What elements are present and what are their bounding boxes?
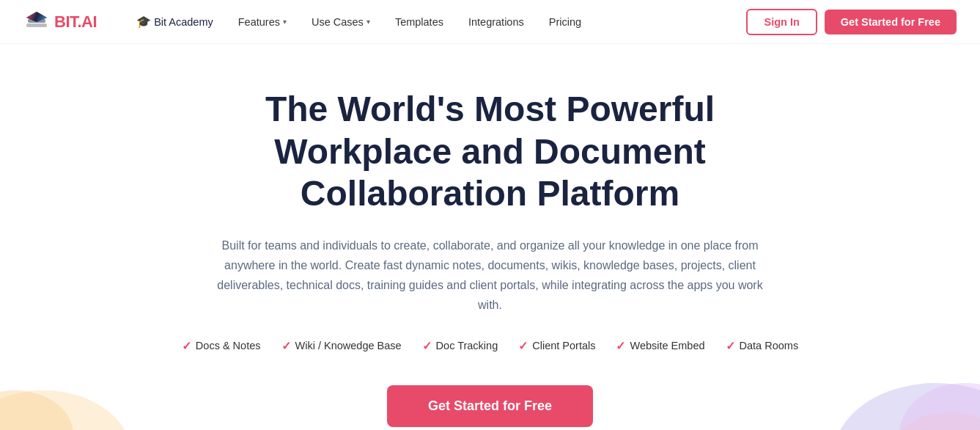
blob-left xyxy=(0,339,132,430)
nav-actions: Sign In Get Started for Free xyxy=(746,9,957,35)
feature-item: ✓ Client Portals xyxy=(518,339,595,353)
feature-item: ✓ Docs & Notes xyxy=(182,339,261,353)
nav-integrations[interactable]: Integrations xyxy=(458,10,534,34)
nav-use-cases[interactable]: Use Cases ▾ xyxy=(301,10,380,34)
nav-links: 🎓 Bit Academy Features ▾ Use Cases ▾ Tem… xyxy=(126,9,746,34)
navbar: BIT.AI 🎓 Bit Academy Features ▾ Use Case… xyxy=(0,0,980,44)
hero-section: The World's Most Powerful Workplace and … xyxy=(0,44,980,430)
features-list: ✓ Docs & Notes✓ Wiki / Knowedge Base✓ Do… xyxy=(182,339,798,353)
logo-text: BIT.AI xyxy=(54,12,97,32)
logo-icon xyxy=(23,9,50,35)
get-started-nav-button[interactable]: Get Started for Free xyxy=(825,10,957,34)
hero-subtitle: Built for teams and individuals to creat… xyxy=(205,236,776,316)
nav-templates[interactable]: Templates xyxy=(385,10,454,34)
signin-button[interactable]: Sign In xyxy=(746,9,817,35)
nav-academy[interactable]: 🎓 Bit Academy xyxy=(126,9,224,34)
academy-icon: 🎓 xyxy=(136,15,151,29)
nav-pricing[interactable]: Pricing xyxy=(539,10,592,34)
hero-title: The World's Most Powerful Workplace and … xyxy=(161,88,820,215)
nav-features[interactable]: Features ▾ xyxy=(228,10,297,34)
get-started-hero-button[interactable]: Get Started for Free xyxy=(387,385,593,427)
chevron-down-icon: ▾ xyxy=(283,18,287,26)
check-icon: ✓ xyxy=(518,339,528,353)
check-icon: ✓ xyxy=(281,339,291,353)
blob-right xyxy=(819,339,980,430)
feature-item: ✓ Doc Tracking xyxy=(422,339,498,353)
feature-item: ✓ Wiki / Knowedge Base xyxy=(281,339,402,353)
svg-rect-0 xyxy=(26,23,47,27)
chevron-down-icon: ▾ xyxy=(366,18,370,26)
logo[interactable]: BIT.AI xyxy=(23,9,97,35)
check-icon: ✓ xyxy=(182,339,191,353)
check-icon: ✓ xyxy=(726,339,735,353)
feature-item: ✓ Data Rooms xyxy=(726,339,799,353)
check-icon: ✓ xyxy=(422,339,432,353)
feature-item: ✓ Website Embed xyxy=(616,339,704,353)
check-icon: ✓ xyxy=(616,339,625,353)
